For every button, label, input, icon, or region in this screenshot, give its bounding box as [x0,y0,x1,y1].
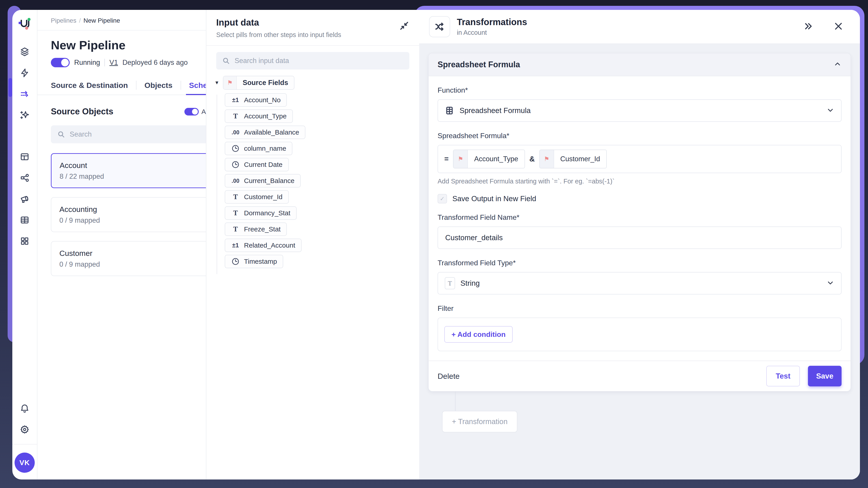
drawer-body: Spreadsheet Formula Function* Spreadshee… [419,44,860,480]
input-data-search[interactable] [216,52,409,69]
save-output-checkbox[interactable]: ✓ [438,194,447,203]
object-card-customer[interactable]: Customer0 / 9 mapped [51,241,206,276]
field-pill-current-balance[interactable]: .00Current_Balance [225,174,301,188]
pipeline-panel: Pipelines/New Pipeline New Pipeline Runn… [37,10,206,480]
transformation-card: Spreadsheet Formula Function* Spreadshee… [428,53,851,392]
object-card-account[interactable]: Account8 / 22 mapped [51,153,206,188]
card-footer: Delete Test Save [429,361,850,391]
active-nav-indicator [8,78,12,97]
formula-help-text: Add Spreadsheet Formula starting with `=… [438,178,842,185]
tab-schema[interactable]: Schema [189,76,206,95]
field-pill-dormancy-stat[interactable]: TDormancy_Stat [225,206,297,220]
caret-down-icon[interactable]: ▼ [214,80,219,86]
breadcrumb-pipelines[interactable]: Pipelines [51,17,76,24]
field-pill-label: Current Date [244,161,282,168]
field-name-input[interactable] [445,233,796,242]
tab-source-destination[interactable]: Source & Destination [51,76,128,95]
delete-button[interactable]: Delete [438,372,460,380]
close-icon[interactable] [834,21,843,32]
version-link[interactable]: V1 [109,59,118,66]
tree-connector [217,95,217,274]
search-icon [57,130,65,138]
field-type-select[interactable]: T String [438,272,842,294]
bell-icon[interactable] [20,403,30,413]
stack-icon[interactable] [20,47,30,57]
field-pill-customer-id[interactable]: TCustomer_Id [225,190,289,204]
megaphone-icon[interactable] [20,194,30,204]
add-condition-button[interactable]: + Add condition [444,326,513,343]
breadcrumb-current: New Pipeline [83,17,120,24]
collapse-panel-icon[interactable] [399,21,409,32]
formula-pill[interactable]: ⚑ Account_Type [453,150,525,168]
source-objects-toggle[interactable] [184,108,199,115]
datetime-icon [231,145,240,152]
pipeline-arrows-icon[interactable] [20,89,30,99]
transformation-card-header[interactable]: Spreadsheet Formula [429,53,850,76]
input-data-panel: Input data Select pills from other steps… [206,10,419,480]
object-mapped-count: 0 / 9 mapped [59,260,206,268]
user-avatar[interactable]: VK [14,453,35,473]
save-button[interactable]: Save [808,366,842,386]
function-value: Spreadsheet Formula [460,106,531,115]
formula-label: Spreadsheet Formula* [438,132,842,140]
chevron-up-icon[interactable] [834,60,842,69]
field-pill-label: Customer_Id [244,193,282,201]
object-mapped-count: 8 / 22 mapped [60,172,206,180]
field-pill-label: column_name [244,145,286,152]
input-data-search-input[interactable] [234,57,366,65]
app-window: VK Pipelines/New Pipeline New Pipeline R… [12,10,860,480]
objects-search-input[interactable] [69,130,185,139]
filter-box: + Add condition [438,318,842,351]
save-output-label: Save Output in New Field [453,195,536,203]
field-pill-available-balance[interactable]: .00Available_Balance [225,125,305,139]
object-name: Customer [59,249,206,258]
running-toggle[interactable] [51,58,70,67]
formula-pill[interactable]: ⚑ Customer_Id [539,150,607,168]
number-icon: ±1 [231,97,240,104]
objects-search[interactable] [51,125,206,143]
datetime-icon [231,258,240,265]
search-icon [222,57,230,65]
field-pill-current-date[interactable]: Current Date [225,158,289,171]
apps-icon[interactable] [20,236,30,246]
test-button[interactable]: Test [766,366,800,386]
breadcrumb: Pipelines/New Pipeline [37,10,206,24]
field-pill-label: Current_Balance [244,177,294,184]
function-select[interactable]: Spreadsheet Formula [438,99,842,122]
layout-icon[interactable] [20,152,30,162]
formula-prefix: = [444,155,448,163]
sidebar: VK [12,10,37,480]
flag-icon: ⚑ [540,150,554,168]
object-card-accounting[interactable]: Accounting0 / 9 mapped [51,197,206,232]
card-connector-line [455,392,456,411]
table-icon[interactable] [20,215,30,225]
app-logo [17,15,33,32]
field-pill-account-type[interactable]: TAccount_Type [225,110,293,123]
field-pill-column-name[interactable]: column_name [225,142,292,155]
formula-pill-label: Customer_Id [554,150,606,168]
text-icon: T [231,209,240,217]
source-fields-group[interactable]: ▼ ⚑ Source Fields [214,76,419,90]
field-pill-related-account[interactable]: ±1Related_Account [225,239,302,252]
share-icon[interactable] [20,173,30,183]
formula-input[interactable]: = ⚑ Account_Type & ⚑ Customer_Id [438,145,842,173]
status-divider [104,59,105,66]
flag-icon: ⚑ [223,76,237,89]
add-transformation-button[interactable]: + Transformation [442,411,517,432]
field-pill-label: Freeze_Stat [244,225,281,233]
breadcrumb-divider [37,30,206,30]
tab-divider [136,81,136,90]
collapse-drawer-icon[interactable] [803,21,813,32]
field-pill-timestamp[interactable]: Timestamp [225,255,283,268]
tab-objects[interactable]: Objects [145,76,173,95]
sparkles-icon[interactable] [20,110,30,120]
bolt-icon[interactable] [20,68,30,78]
input-panel-divider [206,45,419,46]
field-type-value: String [460,279,480,288]
text-icon: T [231,112,240,120]
pipeline-status-row: Running V1 Deployed 6 days ago [51,58,206,67]
gear-icon[interactable] [20,424,30,435]
field-pill-account-no[interactable]: ±1Account_No [225,93,287,107]
field-pill-label: Timestamp [244,258,277,265]
field-pill-freeze-stat[interactable]: TFreeze_Stat [225,223,287,236]
